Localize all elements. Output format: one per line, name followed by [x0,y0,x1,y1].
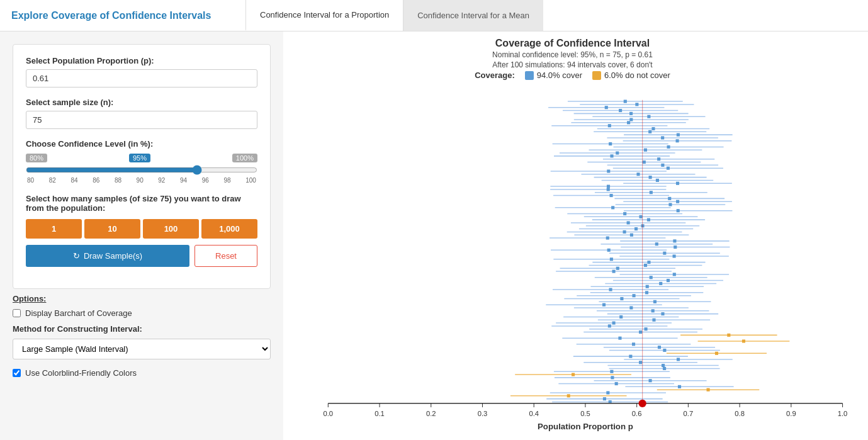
svg-rect-123 [646,285,649,288]
svg-rect-111 [616,267,619,270]
confidence-label: Choose Confidence Level (in %): [26,139,257,149]
svg-text:0.8: 0.8 [735,410,745,417]
sample-btn-10[interactable]: 10 [84,219,140,239]
right-panel: Coverage of Confidence Interval Nominal … [283,31,868,440]
svg-rect-107 [647,261,650,264]
svg-rect-9 [629,112,633,115]
svg-rect-97 [674,245,677,249]
sample-buttons-group: 1 10 100 1,000 [26,219,257,239]
svg-rect-25 [661,136,664,139]
svg-rect-129 [632,294,635,297]
confidence-slider[interactable] [26,165,257,175]
sample-btn-1[interactable]: 1 [26,219,82,239]
svg-rect-99 [607,249,611,252]
svg-rect-29 [609,142,612,145]
svg-rect-153 [639,330,642,334]
svg-rect-35 [616,151,619,154]
reset-button[interactable]: Reset [194,245,257,267]
legend-orange-label: 6.0% do not cover [604,71,670,80]
colorblind-label[interactable]: Use Colorblind-Friendly Colors [25,368,137,378]
svg-rect-41 [643,161,646,164]
svg-rect-171 [677,358,680,361]
main-content: Select Population Proportion (p): Select… [0,31,868,440]
options-section: Options: Display Barchart of Coverage Me… [13,294,271,378]
svg-rect-53 [656,179,659,182]
svg-rect-113 [612,270,616,273]
sample-btn-1000[interactable]: 1,000 [201,219,257,239]
svg-rect-89 [630,234,633,237]
tab-mean[interactable]: Confidence Interval for a Mean [403,0,543,31]
svg-rect-45 [667,167,670,170]
proportion-input[interactable] [26,69,257,87]
svg-rect-51 [649,176,652,179]
svg-rect-43 [661,164,664,167]
colorblind-checkbox[interactable] [13,369,21,377]
svg-rect-187 [615,382,618,385]
svg-rect-147 [612,322,616,325]
svg-rect-13 [629,118,633,121]
sample-btn-100[interactable]: 100 [143,219,199,239]
svg-rect-7 [619,109,622,112]
svg-rect-3 [635,103,638,106]
svg-rect-17 [608,124,611,127]
svg-rect-23 [677,133,680,137]
svg-text:0.1: 0.1 [375,410,385,417]
svg-rect-133 [653,300,657,303]
draw-samples-button[interactable]: ↻ Draw Sample(s) [26,245,189,267]
action-buttons: ↻ Draw Sample(s) Reset [26,245,257,267]
svg-rect-69 [668,203,672,206]
svg-rect-67 [676,200,679,203]
legend-no-cover: 6.0% do not cover [592,71,670,80]
options-title: Options: [13,294,271,303]
svg-rect-181 [572,373,575,376]
svg-rect-71 [611,206,614,209]
method-select[interactable]: Large Sample (Wald Interval) Wilson Scor… [13,339,271,359]
svg-rect-141 [661,312,664,315]
sample-section: Select how many samples (of size 75) you… [26,194,257,267]
refresh-icon: ↻ [73,251,80,261]
x-axis-ticks: 0.0 0.1 0.2 0.3 0.4 0.5 0.6 0.7 [323,403,847,417]
svg-rect-109 [644,264,647,267]
sample-size-label: Select sample size (n): [26,98,257,107]
svg-rect-31 [667,145,670,149]
svg-rect-163 [658,346,661,349]
svg-text:1.0: 1.0 [838,410,848,417]
sample-size-input[interactable] [26,111,257,129]
svg-rect-33 [644,149,647,152]
app-header: Explore Coverage of Confidence Intervals… [0,0,868,31]
colorblind-checkbox-row: Use Colorblind-Friendly Colors [13,368,271,378]
left-panel: Select Population Proportion (p): Select… [0,31,283,440]
legend-cover: 94.0% cover [525,71,582,80]
method-section: Method for Constructing Interval: Large … [13,324,271,359]
svg-rect-73 [677,209,680,212]
svg-rect-177 [663,367,666,370]
method-label: Method for Constructing Interval: [13,324,271,334]
svg-rect-191 [707,388,710,392]
svg-rect-143 [619,315,623,319]
barchart-checkbox[interactable] [13,309,21,317]
tab-proportion[interactable]: Confidence Interval for a Proportion [245,0,403,31]
slider-badges: 80% 95% 100% [26,154,257,162]
x-axis-label: Population Proportion p [538,422,633,431]
samples-label: Select how many samples (of size 75) you… [26,194,257,213]
svg-rect-103 [673,254,676,257]
svg-rect-5 [605,106,608,109]
svg-rect-169 [629,355,632,358]
svg-text:0.7: 0.7 [684,410,694,417]
chart-subtitle2: After 100 simulations: 94 intervals cove… [492,60,652,69]
control-box: Select Population Proportion (p): Select… [13,44,271,289]
svg-rect-63 [610,194,613,197]
barchart-label[interactable]: Display Barchart of Coverage [25,308,132,318]
svg-rect-81 [627,221,630,224]
svg-rect-47 [607,169,610,172]
svg-text:0.4: 0.4 [529,410,539,417]
svg-rect-115 [673,273,676,276]
svg-rect-189 [678,385,681,388]
svg-rect-59 [607,188,610,191]
coverage-label: Coverage: [475,71,515,80]
slider-min-badge: 80% [26,154,47,162]
svg-rect-91 [606,237,609,240]
p-marker-dot [639,400,646,407]
svg-rect-101 [663,252,666,255]
slider-value-badge: 95% [129,154,150,162]
